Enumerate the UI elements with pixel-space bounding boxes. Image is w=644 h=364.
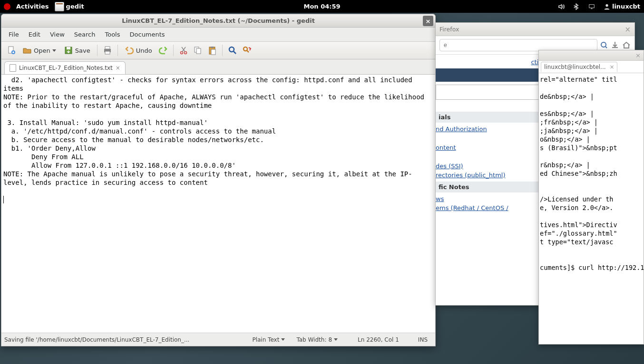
link-content[interactable]: ontent: [436, 144, 456, 151]
gnome-topbar: Activities gedit Mon 04:59 linuxcbt: [0, 0, 644, 13]
svg-point-1: [605, 4, 608, 6]
svg-point-9: [180, 52, 183, 54]
tab-close-icon[interactable]: ×: [609, 64, 614, 70]
link-auth[interactable]: nd Authorization: [436, 125, 487, 133]
link-ws[interactable]: ws: [436, 195, 444, 202]
gedit-titlebar[interactable]: LinuxCBT_EL-7_Edition_Notes.txt (~/Docum…: [1, 14, 435, 28]
tabwidth-selector[interactable]: Tab Width: 8: [291, 336, 343, 343]
copy-button[interactable]: [192, 44, 204, 57]
activities-button[interactable]: Activities: [16, 3, 49, 10]
svg-rect-6: [105, 47, 110, 49]
separator: [222, 45, 223, 56]
open-label: Open: [34, 47, 50, 54]
svg-rect-13: [209, 47, 215, 54]
user-menu[interactable]: linuxcbt: [604, 3, 640, 10]
terminal-tab-label: linuxcbt@linuxcbtel...: [544, 64, 606, 70]
text-cursor: [3, 196, 4, 203]
svg-rect-14: [211, 47, 214, 48]
document-tabs: LinuxCBT_EL-7_Edition_Notes.txt ×: [1, 59, 435, 74]
menu-file[interactable]: File: [4, 29, 23, 39]
editor-content: d2. 'apachectl configtest' - checks for …: [3, 76, 428, 186]
user-label: linuxcbt: [612, 3, 640, 10]
svg-rect-4: [65, 47, 72, 54]
document-icon: [10, 64, 16, 72]
svg-rect-0: [589, 4, 595, 8]
svg-point-16: [229, 47, 234, 52]
terminal-window: × linuxcbt@linuxcbtel... × rel="alternat…: [538, 50, 644, 345]
toolbar: Open Save Undo: [1, 42, 435, 59]
svg-rect-11: [195, 47, 199, 52]
svg-rect-2: [9, 47, 13, 53]
download-icon[interactable]: [611, 41, 619, 49]
statusbar: Saving file '/home/linuxcbt/Documents/Li…: [1, 333, 435, 346]
menu-search[interactable]: Search: [70, 29, 100, 39]
firefox-titlebar[interactable]: Firefox ×: [436, 23, 634, 36]
tab-close-icon[interactable]: ×: [116, 65, 120, 71]
syntax-selector[interactable]: Plain Text: [246, 336, 291, 343]
separator: [117, 45, 118, 56]
insert-mode: INS: [413, 336, 432, 343]
open-dropdown-icon: [52, 49, 56, 52]
svg-rect-8: [105, 51, 110, 54]
terminal-tabbar: linuxcbt@linuxcbtel... ×: [539, 61, 644, 73]
display-icon[interactable]: [588, 3, 595, 10]
separator: [173, 45, 174, 56]
redo-button[interactable]: [157, 44, 169, 57]
link-ssi[interactable]: des (SSI): [436, 163, 463, 170]
cut-button[interactable]: [177, 44, 190, 57]
bluetooth-icon[interactable]: [573, 3, 580, 10]
svg-rect-12: [196, 48, 201, 54]
find-button[interactable]: [226, 44, 239, 57]
close-icon[interactable]: ×: [624, 25, 631, 34]
close-button[interactable]: ×: [423, 16, 433, 26]
terminal-tab[interactable]: linuxcbt@linuxcbtel... ×: [541, 62, 617, 72]
save-button[interactable]: Save: [61, 44, 93, 57]
redhat-icon: [4, 3, 10, 10]
separator: [97, 45, 98, 56]
menubar: File Edit View Search Tools Documents: [1, 28, 435, 42]
clock[interactable]: Mon 04:59: [303, 3, 340, 10]
undo-label: Undo: [136, 47, 152, 54]
menu-view[interactable]: View: [46, 29, 69, 39]
terminal-titlebar[interactable]: ×: [539, 50, 644, 61]
terminal-output[interactable]: rel="alternate" titl de&nbsp;</a> | es&n…: [539, 73, 644, 344]
dropdown-icon: [334, 338, 338, 341]
print-button[interactable]: [101, 44, 114, 57]
menu-documents[interactable]: Documents: [126, 29, 169, 39]
save-label: Save: [75, 47, 90, 54]
search-go-icon[interactable]: [600, 41, 608, 49]
menu-edit[interactable]: Edit: [24, 29, 45, 39]
active-app-indicator[interactable]: gedit: [55, 2, 84, 11]
volume-icon[interactable]: [558, 3, 565, 10]
user-icon: [604, 3, 610, 10]
gedit-icon: [55, 2, 64, 11]
link-redhat[interactable]: ems (Redhat / CentOS /: [436, 204, 508, 211]
menu-tools[interactable]: Tools: [100, 29, 124, 39]
dropdown-icon: [281, 338, 285, 341]
new-file-button[interactable]: [5, 44, 18, 57]
active-app-label: gedit: [66, 3, 84, 10]
close-icon[interactable]: ×: [635, 52, 641, 59]
text-editor[interactable]: d2. 'apachectl configtest' - checks for …: [1, 74, 435, 333]
document-tab[interactable]: LinuxCBT_EL-7_Edition_Notes.txt ×: [4, 61, 126, 74]
svg-point-18: [601, 42, 606, 47]
tab-label: LinuxCBT_EL-7_Edition_Notes.txt: [19, 65, 113, 71]
svg-rect-15: [211, 49, 215, 55]
gedit-window: LinuxCBT_EL-7_Edition_Notes.txt (~/Docum…: [1, 14, 436, 346]
svg-rect-5: [67, 47, 70, 49]
window-title: LinuxCBT_EL-7_Edition_Notes.txt (~/Docum…: [122, 17, 315, 24]
paste-button[interactable]: [206, 44, 218, 57]
firefox-title-label: Firefox: [439, 26, 459, 33]
cursor-position: Ln 2260, Col 1: [343, 336, 413, 343]
link-public[interactable]: rectories (public_html): [436, 172, 506, 179]
svg-point-3: [11, 50, 15, 54]
replace-button[interactable]: [241, 44, 253, 57]
home-icon[interactable]: [622, 41, 631, 49]
open-button[interactable]: Open: [20, 44, 59, 57]
svg-point-17: [244, 47, 247, 51]
svg-rect-7: [104, 49, 111, 52]
undo-button[interactable]: Undo: [122, 44, 155, 57]
tabwidth-value: 8: [328, 336, 332, 343]
svg-point-10: [184, 52, 186, 54]
status-message: Saving file '/home/linuxcbt/Documents/Li…: [4, 336, 189, 343]
